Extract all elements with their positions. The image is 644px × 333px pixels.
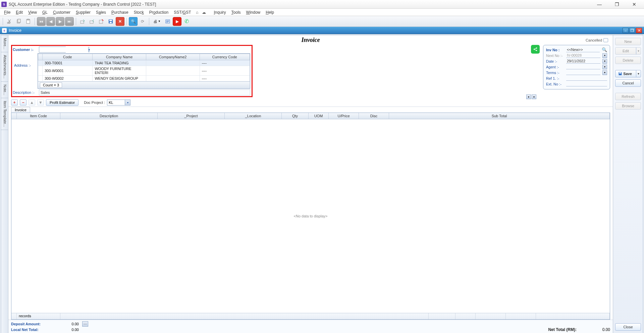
menu-view[interactable]: View [26,9,39,15]
menu-sstgst[interactable]: SST/GST [172,9,193,15]
refresh-toolbar-button[interactable]: ⟳ [138,17,147,26]
cloud-icon[interactable]: ☁ [201,10,207,15]
side-tab-attachments[interactable]: Attachments... [1,52,8,81]
dd-header-code[interactable]: Code [43,54,93,60]
date-dropdown-button[interactable]: ▾ [602,59,607,64]
move-down-button[interactable]: ▼ [37,99,44,106]
save-toolbar-button[interactable] [106,17,115,26]
youtube-button[interactable]: ▶ [173,17,181,26]
delete-toolbar-button[interactable]: ✕ [116,17,124,26]
extno-value[interactable] [566,81,607,86]
export-button[interactable] [88,17,96,26]
menu-production[interactable]: Production [147,9,170,15]
menu-inquiry[interactable]: Inquiry [212,9,228,15]
ref1-value[interactable] [566,76,607,81]
menu-purchase[interactable]: Purchase [109,9,130,15]
terms-value[interactable] [566,70,600,75]
customer-input[interactable] [39,47,88,52]
date-value[interactable]: 29/11/2022 [566,59,600,64]
grid-header-col[interactable]: UOM [309,113,329,119]
dd-header-company2[interactable]: CompanyName2 [146,54,200,60]
cancelled-checkbox[interactable] [603,38,608,42]
invno-search-icon[interactable]: 🔍 [602,47,607,52]
menu-gl[interactable]: GL [40,9,50,15]
share-button[interactable] [531,45,540,54]
menu-window[interactable]: Window [244,9,263,15]
grid-header-col[interactable]: Disc [359,113,389,119]
grid-header-col[interactable]: _Location [225,113,282,119]
window-close-button[interactable]: ✕ [629,1,640,8]
menu-file[interactable]: File [2,9,12,15]
window-restore-button[interactable]: ❐ [611,1,623,8]
customer-combo-dropdown-button[interactable]: ▾ [88,47,90,52]
dd-row[interactable]: 300-W0001WOODY FURNITURE ENTERI---- [38,66,250,76]
print-button[interactable]: 🖨▼ [151,17,163,26]
nav-prev-button[interactable]: ◀ [46,17,55,26]
terms-dropdown-button[interactable]: ▾ [602,70,607,75]
grid-header-col[interactable]: U/Price [329,113,359,119]
save-dropdown-arrow[interactable]: ▼ [636,70,641,77]
move-up-button[interactable]: ▲ [29,99,35,106]
search-toolbar-button[interactable]: 🔍 [129,17,138,26]
grid-header-col[interactable]: Item Code [17,113,60,119]
paste-button[interactable] [24,17,33,26]
menu-stock[interactable]: Stock [132,9,146,15]
edit-button[interactable]: Edit ▼ [615,47,641,55]
copy-button[interactable] [14,17,23,26]
grid-header-col[interactable]: Qty [282,113,309,119]
menu-edit[interactable]: Edit [14,9,25,15]
side-tab-item-template[interactable]: Item Template... [1,98,8,130]
deposit-lookup-button[interactable]: ⋯ [82,321,88,327]
home-icon[interactable]: ⌂ [195,10,200,15]
menu-customer[interactable]: Customer [51,9,72,15]
preview-button[interactable] [163,17,172,26]
doc-project-dropdown-button[interactable]: ▾ [125,100,130,105]
customer-combo[interactable]: ▾ [39,47,66,53]
doc-project-combo[interactable]: KL ▾ [107,99,130,106]
edit-dropdown-arrow[interactable]: ▼ [636,48,641,54]
import-button[interactable] [78,17,87,26]
menu-sales[interactable]: Sales [94,9,108,15]
whatsapp-button[interactable]: ✆ [182,17,191,26]
nav-next-button[interactable]: ▶ [56,17,64,26]
subwindow-minimize-button[interactable]: – [623,28,629,33]
ext-dd1[interactable]: ▾ [526,94,531,99]
window-minimize-button[interactable]: — [594,1,605,8]
nav-last-button[interactable]: ⏭ [65,17,74,26]
dd-header-company[interactable]: Company Name [93,54,146,60]
ext-dd2[interactable]: ▾ [532,94,536,99]
grid-header-col[interactable]: Sub Total [389,113,610,119]
tab-invoice[interactable]: Invoice [11,107,30,113]
agent-dropdown-button[interactable]: ▾ [602,65,607,69]
grid-header-col[interactable]: Description [60,113,158,119]
agent-value[interactable] [566,64,600,69]
browse-button[interactable]: Browse [615,102,641,110]
grid-header-col[interactable] [11,113,17,119]
customer-dropdown-grid[interactable]: Code Company Name CompanyName2 Currency … [38,53,250,89]
cancel-button[interactable]: Cancel [615,79,641,87]
dd-row[interactable]: 300-W0002WENDY DESIGN GROUP---- [38,76,250,81]
save-button[interactable]: Save ▼ [615,70,641,77]
refresh-button[interactable]: Refresh [615,93,641,100]
export2-button[interactable] [97,17,106,26]
cut-button[interactable] [5,17,14,26]
side-tab-note[interactable]: Note... [1,82,8,98]
subwindow-close-button[interactable]: ✕ [636,28,642,33]
nextno-dropdown-button[interactable]: ▾ [602,53,607,58]
description-value[interactable]: Sales [39,89,250,95]
delete-button[interactable]: Delete [615,57,641,64]
cancelled-checkbox-row[interactable]: Cancelled [586,38,608,42]
menu-supplier[interactable]: Supplier [74,9,93,15]
close-button[interactable]: Close [615,323,641,331]
menu-tools[interactable]: Tools [229,9,243,15]
profit-estimator-button[interactable]: Profit Estimator [46,99,78,106]
new-button[interactable]: New [615,38,641,45]
dd-row[interactable]: 300-T0001THAI TEA TRADING---- [38,60,250,66]
dd-header-currency[interactable]: Currency Code [200,54,250,60]
menu-help[interactable]: Help [264,9,276,15]
add-row-button[interactable]: + [11,99,18,106]
invno-value[interactable]: <<New>> [566,47,600,52]
subwindow-restore-button[interactable]: ❐ [629,28,635,33]
grid-header-col[interactable]: _Project [158,113,225,119]
remove-row-button[interactable]: − [20,99,26,106]
